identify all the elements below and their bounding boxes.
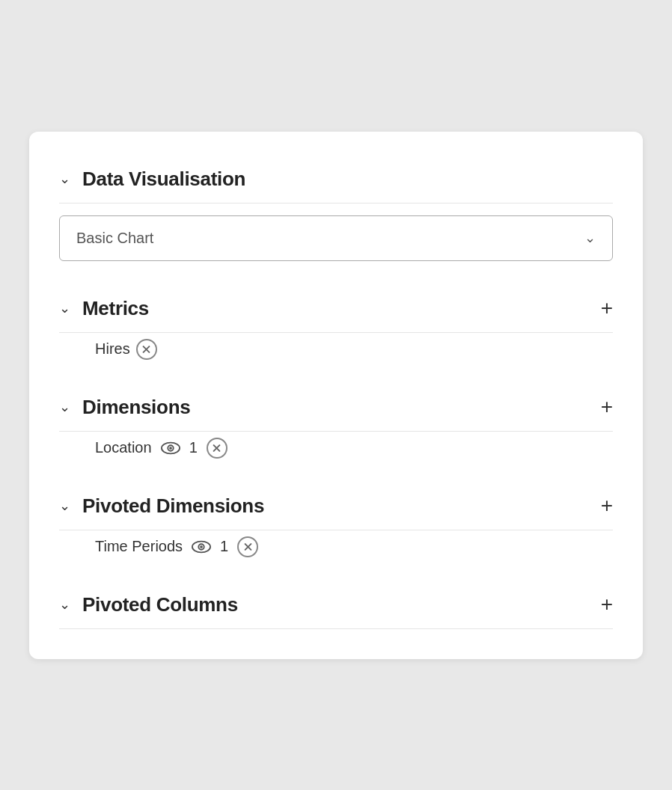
section-title-pivoted-columns: Pivoted Columns xyxy=(82,593,238,616)
section-pivoted-dimensions: ⌄ Pivoted Dimensions + Time Periods 1 xyxy=(59,483,613,575)
section-header-pivoted-columns: ⌄ Pivoted Columns + xyxy=(59,581,613,628)
chevron-down-icon[interactable]: ⌄ xyxy=(59,499,70,512)
dropdown-wrapper: Basic Chart ⌄ xyxy=(59,203,613,279)
chip-label: Hires xyxy=(95,340,130,358)
chart-type-dropdown[interactable]: Basic Chart ⌄ xyxy=(59,215,613,261)
section-header-metrics: ⌄ Metrics + xyxy=(59,285,613,332)
chevron-down-icon[interactable]: ⌄ xyxy=(59,172,70,186)
section-title-metrics: Metrics xyxy=(82,297,149,320)
dimension-row-location: Location 1 xyxy=(95,438,227,459)
visibility-icon[interactable] xyxy=(192,540,211,554)
section-title-dimensions: Dimensions xyxy=(82,396,190,419)
pivoted-dimensions-content: Time Periods 1 xyxy=(59,530,613,575)
add-pivoted-columns-button[interactable]: + xyxy=(601,594,613,615)
section-metrics: ⌄ Metrics + Hires xyxy=(59,285,613,378)
dropdown-label: Basic Chart xyxy=(76,230,153,247)
dimensions-content: Location 1 xyxy=(59,432,613,477)
section-header-dimensions: ⌄ Dimensions + xyxy=(59,384,613,431)
section-data-visualisation: ⌄ Data Visualisation Basic Chart ⌄ xyxy=(59,156,613,279)
section-title-data-visualisation: Data Visualisation xyxy=(82,168,245,191)
metrics-chip-hires: Hires xyxy=(95,339,157,360)
chevron-down-icon[interactable]: ⌄ xyxy=(59,400,70,414)
dropdown-chevron-icon: ⌄ xyxy=(584,230,596,246)
section-dimensions: ⌄ Dimensions + Location 1 xyxy=(59,384,613,477)
remove-location-button[interactable] xyxy=(207,438,227,459)
add-metrics-button[interactable]: + xyxy=(601,298,613,319)
chevron-down-icon[interactable]: ⌄ xyxy=(59,301,70,315)
section-pivoted-columns: ⌄ Pivoted Columns + xyxy=(59,581,613,629)
svg-point-5 xyxy=(200,545,203,548)
remove-hires-button[interactable] xyxy=(136,339,157,360)
visibility-icon[interactable] xyxy=(161,441,180,455)
section-divider xyxy=(59,628,613,629)
section-title-pivoted-dimensions: Pivoted Dimensions xyxy=(82,494,264,518)
metrics-content: Hires xyxy=(59,333,613,378)
add-dimensions-button[interactable]: + xyxy=(601,396,613,417)
remove-time-periods-button[interactable] xyxy=(237,536,258,557)
section-header-pivoted-dimensions: ⌄ Pivoted Dimensions + xyxy=(59,483,613,530)
main-panel: ⌄ Data Visualisation Basic Chart ⌄ ⌄ Met… xyxy=(29,132,643,659)
section-header-data-visualisation: ⌄ Data Visualisation xyxy=(59,156,613,203)
chevron-down-icon[interactable]: ⌄ xyxy=(59,598,70,611)
dimension-label: Location xyxy=(95,439,152,456)
dimension-label: Time Periods xyxy=(95,538,183,555)
svg-point-2 xyxy=(169,447,172,450)
dimension-count: 1 xyxy=(220,538,228,555)
add-pivoted-dimensions-button[interactable]: + xyxy=(601,495,613,516)
dimension-row-time-periods: Time Periods 1 xyxy=(95,536,258,557)
dimension-count: 1 xyxy=(189,439,198,456)
